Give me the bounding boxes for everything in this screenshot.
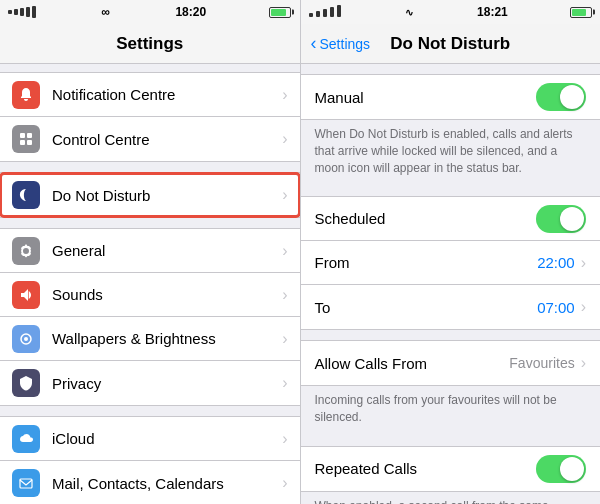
wallpaper-chevron: ›: [282, 330, 287, 348]
settings-item-control-centre[interactable]: Control Centre ›: [0, 117, 300, 161]
svg-rect-3: [27, 140, 32, 145]
scheduled-row[interactable]: Scheduled: [301, 197, 601, 241]
allow-calls-row[interactable]: Allow Calls From Favourites ›: [301, 341, 601, 385]
left-nav-bar: Settings: [0, 24, 300, 64]
to-label: To: [315, 299, 538, 316]
dnd-repeated-calls-section: Repeated Calls: [301, 446, 601, 492]
general-icon: [12, 237, 40, 265]
svg-rect-1: [27, 133, 32, 138]
scheduled-toggle[interactable]: [536, 205, 586, 233]
mail-chevron: ›: [282, 474, 287, 492]
sounds-icon: [12, 281, 40, 309]
allow-calls-chevron: ›: [581, 354, 586, 372]
repeated-calls-label: Repeated Calls: [315, 460, 537, 477]
settings-item-icloud[interactable]: iCloud ›: [0, 417, 300, 461]
right-nav-title: Do Not Disturb: [390, 34, 510, 54]
battery-body: [269, 7, 291, 18]
privacy-label: Privacy: [52, 375, 282, 392]
repeated-calls-row[interactable]: Repeated Calls: [301, 447, 601, 491]
right-wifi-icon: ∿: [405, 7, 413, 18]
from-label: From: [315, 254, 538, 271]
settings-list: Notification Centre › Control Centre ›: [0, 64, 300, 504]
control-centre-label: Control Centre: [52, 131, 282, 148]
right-signal: [309, 5, 341, 19]
icloud-label: iCloud: [52, 430, 282, 447]
settings-item-wallpapers[interactable]: Wallpapers & Brightness ›: [0, 317, 300, 361]
left-status-bar: ∞ 18:20: [0, 0, 300, 24]
allow-calls-description: Incoming calls from your favourites will…: [301, 386, 601, 436]
icloud-chevron: ›: [282, 430, 287, 448]
right-battery: [570, 7, 592, 18]
scheduled-toggle-knob: [560, 207, 584, 231]
back-chevron-icon: ‹: [311, 33, 317, 54]
settings-item-privacy[interactable]: Privacy ›: [0, 361, 300, 405]
dnd-manual-row[interactable]: Manual: [301, 75, 601, 119]
dnd-icon: [12, 181, 40, 209]
notification-centre-label: Notification Centre: [52, 86, 282, 103]
icloud-icon: [12, 425, 40, 453]
left-phone: ∞ 18:20 Settings Notification Centre ›: [0, 0, 301, 504]
left-time: 18:20: [175, 5, 206, 19]
scheduled-label: Scheduled: [315, 210, 537, 227]
allow-calls-label: Allow Calls From: [315, 355, 510, 372]
repeated-calls-toggle-knob: [560, 457, 584, 481]
right-status-bar: ∿ 18:21: [301, 0, 601, 24]
settings-item-sounds[interactable]: Sounds ›: [0, 273, 300, 317]
dnd-content: Manual When Do Not Disturb is enabled, c…: [301, 64, 601, 504]
svg-rect-6: [20, 479, 32, 488]
back-label: Settings: [320, 36, 371, 52]
right-phone: ∿ 18:21 ‹ Settings Do Not Disturb Manual: [301, 0, 601, 504]
dnd-manual-section: Manual: [301, 74, 601, 120]
from-row[interactable]: From 22:00 ›: [301, 241, 601, 285]
control-centre-icon: [12, 125, 40, 153]
to-value: 07:00: [537, 299, 575, 316]
repeated-calls-description: When enabled, a second call from the sam…: [301, 492, 601, 504]
settings-group-3: General › Sounds › Wa: [0, 228, 300, 406]
settings-item-general[interactable]: General ›: [0, 229, 300, 273]
svg-point-5: [24, 337, 28, 341]
wifi-icon: ∞: [101, 5, 110, 19]
manual-toggle-knob: [560, 85, 584, 109]
right-time: 18:21: [477, 5, 508, 19]
to-chevron: ›: [581, 298, 586, 316]
manual-description: When Do Not Disturb is enabled, calls an…: [301, 120, 601, 186]
right-battery-body: [570, 7, 592, 18]
battery-indicator: [269, 7, 291, 18]
back-button[interactable]: ‹ Settings: [311, 33, 371, 54]
battery-fill: [271, 9, 285, 16]
signal-indicator: [8, 6, 36, 18]
right-nav-bar: ‹ Settings Do Not Disturb: [301, 24, 601, 64]
control-centre-chevron: ›: [282, 130, 287, 148]
right-battery-fill: [572, 9, 586, 16]
dnd-allow-calls-section: Allow Calls From Favourites ›: [301, 340, 601, 386]
general-chevron: ›: [282, 242, 287, 260]
privacy-chevron: ›: [282, 374, 287, 392]
notification-centre-icon: [12, 81, 40, 109]
from-chevron: ›: [581, 254, 586, 272]
wallpaper-label: Wallpapers & Brightness: [52, 330, 282, 347]
settings-item-mail[interactable]: Mail, Contacts, Calendars ›: [0, 461, 300, 504]
wallpaper-icon: [12, 325, 40, 353]
to-row[interactable]: To 07:00 ›: [301, 285, 601, 329]
allow-calls-value: Favourites: [509, 355, 574, 371]
settings-group-1: Notification Centre › Control Centre ›: [0, 72, 300, 162]
sounds-chevron: ›: [282, 286, 287, 304]
sounds-label: Sounds: [52, 286, 282, 303]
manual-label: Manual: [315, 89, 537, 106]
settings-item-notification-centre[interactable]: Notification Centre ›: [0, 73, 300, 117]
settings-group-dnd: Do Not Disturb ›: [0, 172, 300, 218]
manual-toggle[interactable]: [536, 83, 586, 111]
left-nav-title: Settings: [116, 34, 183, 54]
dnd-scheduled-section: Scheduled From 22:00 › To 07:00 ›: [301, 196, 601, 330]
privacy-icon: [12, 369, 40, 397]
settings-item-dnd[interactable]: Do Not Disturb ›: [0, 173, 300, 217]
general-label: General: [52, 242, 282, 259]
from-value: 22:00: [537, 254, 575, 271]
mail-label: Mail, Contacts, Calendars: [52, 475, 282, 492]
repeated-calls-toggle[interactable]: [536, 455, 586, 483]
svg-rect-0: [20, 133, 25, 138]
dnd-label: Do Not Disturb: [52, 187, 282, 204]
svg-rect-2: [20, 140, 25, 145]
settings-group-4: iCloud › Mail, Contacts, Calendars ›: [0, 416, 300, 504]
dnd-chevron: ›: [282, 186, 287, 204]
